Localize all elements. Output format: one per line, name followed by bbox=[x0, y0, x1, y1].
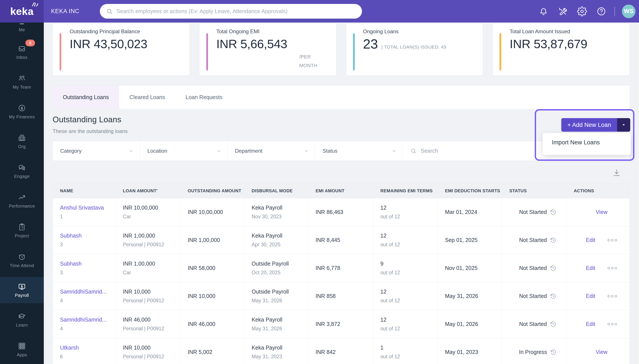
tab-loan-requests[interactable]: Loan Requests bbox=[175, 86, 233, 109]
loan-amount: INR 1,00,000 bbox=[123, 232, 180, 239]
scrollbar-track[interactable] bbox=[636, 22, 639, 364]
history-icon[interactable] bbox=[550, 209, 556, 216]
disbursal-date: Oct 20, 2025 bbox=[252, 270, 308, 276]
add-loan-dropdown-toggle[interactable] bbox=[617, 118, 630, 132]
sidebar-item-project[interactable]: Project bbox=[0, 218, 44, 244]
settings-icon[interactable] bbox=[577, 6, 587, 16]
sidebar-item-icon bbox=[18, 22, 26, 26]
menu-item-import-new-loans[interactable]: Import New Loans bbox=[543, 133, 631, 146]
notifications-icon[interactable] bbox=[538, 6, 549, 16]
filter-dropdown[interactable]: Location bbox=[140, 141, 227, 160]
tab-cleared-loans[interactable]: Cleared Loans bbox=[119, 86, 175, 109]
summary-card: Total Loan Amount Issued INR 53,87,679 bbox=[492, 24, 629, 76]
admin-tools-icon[interactable] bbox=[558, 6, 568, 16]
history-icon[interactable] bbox=[550, 293, 556, 300]
emi-amount: INR 858 bbox=[315, 293, 373, 299]
employee-name-link[interactable]: Utkarsh bbox=[60, 344, 115, 351]
sidebar-item-my-team[interactable]: My Team bbox=[0, 69, 44, 95]
cell-name: Utkarsh 6 bbox=[53, 338, 116, 364]
outstanding-amount: INR 10,00,000 bbox=[188, 209, 244, 215]
keka-logo[interactable]: keka bbox=[0, 0, 44, 22]
more-actions-icon[interactable] bbox=[607, 294, 617, 298]
global-search-input[interactable] bbox=[117, 8, 356, 14]
remaining-terms: 12 bbox=[380, 204, 438, 211]
employee-name-link[interactable]: Subhash bbox=[60, 232, 115, 239]
table-header-cell: EMI AMOUNT bbox=[308, 184, 373, 198]
card-value: INR 43,50,023 bbox=[70, 35, 147, 53]
employee-name-link[interactable]: SamriddhiSamrid... bbox=[60, 288, 115, 295]
sidebar-item-label: Inbox bbox=[17, 55, 28, 60]
sidebar-item-apps[interactable]: Apps bbox=[0, 336, 44, 363]
history-icon[interactable] bbox=[550, 349, 557, 356]
table-header-cell: LOAN AMOUNT' bbox=[116, 184, 180, 198]
sidebar-item-inbox[interactable]: Inbox 8 bbox=[0, 39, 44, 65]
cell-deduction-starts: May 01, 2023 bbox=[438, 338, 502, 364]
sidebar-item-me[interactable]: Me bbox=[0, 21, 44, 34]
more-actions-icon[interactable] bbox=[607, 266, 617, 270]
keka-logo-spark-icon bbox=[32, 1, 38, 6]
employee-number: 3 bbox=[60, 242, 115, 248]
sidebar-item-org[interactable]: Org bbox=[0, 128, 44, 154]
emi-amount: INR 3,872 bbox=[315, 321, 373, 327]
sidebar-item-time-attend[interactable]: Time Attend bbox=[0, 247, 44, 274]
svg-text:$: $ bbox=[21, 106, 24, 110]
more-actions-icon[interactable] bbox=[607, 238, 617, 242]
emi-amount: INR 842 bbox=[315, 349, 373, 355]
search-icon bbox=[410, 148, 417, 154]
sidebar-item-payroll[interactable]: $ Payroll bbox=[0, 277, 44, 303]
loan-amount: INR 10,00,000 bbox=[123, 204, 180, 211]
deduction-start-date: May 01, 2026 bbox=[445, 321, 502, 327]
sidebar-item-performance[interactable]: Performance bbox=[0, 188, 44, 214]
page-subtitle: These are the outstanding loans bbox=[53, 128, 128, 134]
remaining-terms-total: out of 12 bbox=[380, 270, 438, 276]
loan-type: Personal | P00912 bbox=[123, 298, 180, 304]
row-action-link[interactable]: Edit bbox=[586, 265, 595, 271]
history-icon[interactable] bbox=[550, 265, 556, 272]
add-new-loan-button[interactable]: + Add New Loan bbox=[561, 118, 617, 132]
row-action-link[interactable]: Edit bbox=[586, 321, 595, 327]
row-action-link[interactable]: Edit bbox=[586, 237, 595, 243]
add-loan-dropdown-menu: Import New Loans bbox=[543, 133, 631, 155]
sidebar-item-engage[interactable]: Engage bbox=[0, 158, 44, 184]
cell-deduction-starts: May 01, 2026 bbox=[438, 310, 502, 338]
outstanding-amount: INR 58,000 bbox=[188, 265, 244, 271]
status-text: Not Started bbox=[519, 237, 547, 243]
employee-name-link[interactable]: Anshul Srivastava bbox=[60, 204, 115, 211]
cell-disbursal-mode: Keka Payroll May 31, 2023 bbox=[244, 338, 308, 364]
card-accent-bar bbox=[60, 33, 61, 70]
row-action-link[interactable]: View bbox=[596, 349, 607, 355]
sidebar-item-my-finances[interactable]: $ My Finances bbox=[0, 98, 44, 125]
row-action-link[interactable]: Edit bbox=[586, 293, 595, 299]
employee-name-link[interactable]: SamriddhiSamrid... bbox=[60, 316, 115, 323]
sidebar: Me Inbox 8 My Team $ My Finances Org bbox=[0, 22, 44, 364]
sidebar-item-learn[interactable]: Learn bbox=[0, 307, 44, 333]
cell-status: In Progress bbox=[502, 338, 566, 364]
more-actions-icon[interactable] bbox=[607, 322, 617, 326]
status-text: Not Started bbox=[519, 293, 547, 299]
avatar[interactable]: WS bbox=[622, 4, 635, 18]
history-icon[interactable] bbox=[550, 321, 556, 328]
filter-dropdown[interactable]: Department bbox=[227, 141, 315, 160]
row-action-link[interactable]: View bbox=[596, 209, 607, 215]
history-icon[interactable] bbox=[550, 237, 556, 244]
cell-disbursal-mode: Keka Payroll Nov 30, 2023 bbox=[244, 198, 308, 226]
global-search[interactable] bbox=[100, 4, 362, 18]
tab-label: Loan Requests bbox=[186, 94, 222, 100]
table-header-cell: STATUS bbox=[502, 184, 566, 198]
tab-outstanding-loans[interactable]: Outstanding Loans bbox=[53, 86, 119, 109]
filter-dropdown[interactable]: Status bbox=[315, 141, 403, 160]
disbursal-mode: Outside Payroll bbox=[252, 260, 308, 267]
filter-dropdown[interactable]: Category bbox=[53, 141, 140, 160]
sidebar-item-icon bbox=[18, 134, 26, 142]
cell-loan-amount: INR 46,000 Personal | P00912 bbox=[116, 310, 180, 338]
download-icon[interactable] bbox=[612, 168, 621, 177]
sidebar-item-label: Time Attend bbox=[10, 263, 34, 268]
disbursal-date: May 31, 2026 bbox=[252, 298, 308, 304]
employee-name-link[interactable]: Subhash bbox=[60, 260, 115, 267]
cell-actions: View bbox=[566, 198, 629, 226]
cell-disbursal-mode: Keka Payroll May 31, 2026 bbox=[244, 310, 308, 338]
employee-number: 4 bbox=[60, 298, 115, 304]
help-icon[interactable] bbox=[596, 6, 606, 16]
sidebar-item-icon bbox=[18, 74, 26, 83]
filter-label: Location bbox=[147, 148, 167, 154]
